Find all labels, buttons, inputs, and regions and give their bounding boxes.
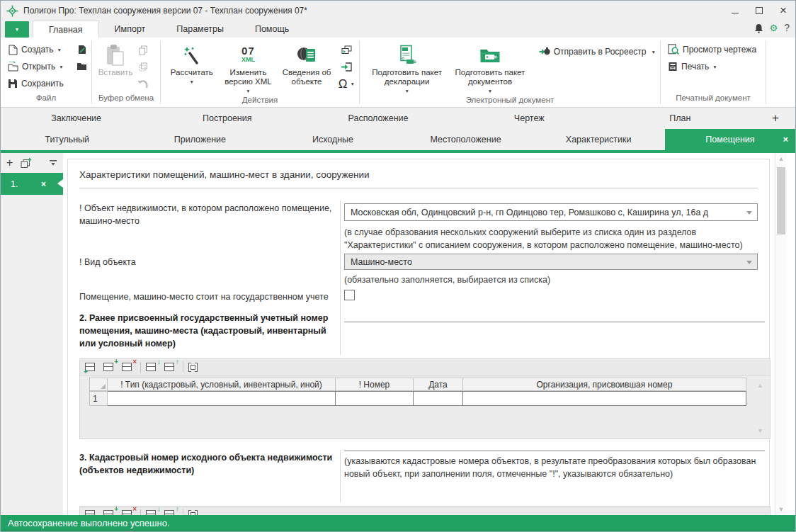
new-label: Создать	[21, 45, 54, 55]
numbers-table: ! Тип (кадастровый, условный, инвентарны…	[89, 378, 746, 406]
pin-panel-button[interactable]	[49, 159, 57, 166]
send-rosreestr-icon	[539, 47, 550, 57]
expand-table-button[interactable]	[188, 510, 198, 516]
add-row-button[interactable]: +	[85, 361, 98, 373]
tab-plan[interactable]: План	[605, 108, 756, 129]
add-page-button[interactable]: +	[6, 157, 13, 169]
move-row-up-button[interactable]: ↑	[164, 361, 178, 373]
tab-postroeniya[interactable]: Построения	[152, 108, 302, 129]
prepare-documents-package-button[interactable]: Подготовить пакет документов ▼	[451, 41, 528, 96]
column-header-type[interactable]: ! Тип (кадастровый, условный, инвентарны…	[108, 378, 336, 391]
copy-button[interactable]	[137, 43, 149, 57]
column-header-number[interactable]: ! Номер	[336, 378, 414, 391]
delete-row-icon	[122, 363, 132, 371]
menu-tab-main[interactable]: Главная	[33, 21, 99, 38]
globe-list-icon	[297, 43, 317, 68]
scroll-down-icon[interactable]: ▼	[775, 506, 787, 513]
section2-underline-field	[344, 322, 765, 322]
notifications-bell-icon[interactable]	[754, 23, 763, 33]
help-icon[interactable]: ?	[784, 23, 790, 33]
duplicate-page-button[interactable]	[21, 158, 31, 168]
menu-tab-label: Импорт	[115, 24, 146, 34]
org-cell[interactable]	[463, 391, 746, 406]
object-dropdown[interactable]: Московская обл, Одинцовский р-н, гп Один…	[344, 203, 758, 221]
import-object-button[interactable]	[339, 60, 355, 74]
tab-raspolozhenie[interactable]: Расположение	[302, 108, 453, 129]
print-button[interactable]: Печать ▼	[668, 58, 761, 75]
scroll-up-icon[interactable]: ▲	[775, 155, 787, 162]
open-button[interactable]: Открыть ▼	[8, 58, 87, 75]
menu-tab-import[interactable]: Импорт	[99, 21, 161, 38]
object-field-note: (в случае образования нескольких сооруже…	[344, 226, 766, 251]
table-header-row: ! Тип (кадастровый, условный, инвентарны…	[89, 378, 746, 391]
send-to-rosreestr-button[interactable]: Отправить в Росреестр ▼	[539, 44, 656, 60]
insert-row-button[interactable]: +	[103, 509, 117, 516]
move-row-down-button[interactable]: ↓	[146, 509, 159, 516]
calculate-button[interactable]: Рассчитать ▼	[165, 41, 219, 96]
kind-dropdown[interactable]: Машино-место	[344, 254, 758, 270]
maximize-icon	[756, 7, 763, 14]
main-scrollbar[interactable]: ▲ ▼	[775, 153, 787, 515]
type-cell[interactable]	[108, 391, 336, 406]
scrollbar-thumb[interactable]	[777, 167, 785, 234]
prepare-declaration-package-button[interactable]: Подготовить пакет декларации ▼	[368, 41, 445, 96]
app-menu-button[interactable]: ▼	[5, 21, 29, 38]
column-header-date[interactable]: Дата	[414, 378, 463, 391]
tab-iskhodnye[interactable]: Исходные	[266, 129, 399, 150]
sidebar-item-1[interactable]: 1. ×	[1, 173, 63, 195]
expand-table-button[interactable]	[188, 363, 198, 372]
status-bar: Автосохранение выполнено успешно.	[1, 515, 795, 532]
pages-sidebar: + 1. ×	[1, 153, 63, 515]
tab-pomeshcheniya-active[interactable]: Помещения ×	[665, 129, 795, 150]
move-row-down-icon	[146, 363, 156, 371]
date-cell[interactable]	[414, 391, 463, 406]
menu-tab-help[interactable]: Помощь	[239, 21, 305, 38]
move-row-down-button[interactable]: ↓	[146, 361, 159, 373]
preview-drawing-button[interactable]: Просмотр чертежа	[668, 41, 761, 58]
table-scroll-up-icon[interactable]: ▲	[757, 382, 763, 389]
undo-button[interactable]	[137, 77, 149, 91]
object-info-button[interactable]: Сведения об объекте	[278, 41, 336, 96]
number-cell[interactable]	[336, 391, 414, 406]
tab-label: Местоположение	[431, 135, 501, 145]
new-from-template-icon[interactable]	[77, 45, 87, 55]
new-button[interactable]: Создать ▼	[8, 41, 87, 58]
copy-special-button[interactable]	[137, 60, 149, 74]
minimize-button[interactable]	[723, 1, 747, 21]
save-button[interactable]: Сохранить	[8, 75, 87, 92]
settings-gear-icon[interactable]: ⚙	[770, 23, 778, 33]
tab-kharakteristiki[interactable]: Характеристики	[532, 129, 665, 150]
tab-zaklyuchenie[interactable]: Заключение	[1, 108, 152, 129]
insert-row-button[interactable]: +	[103, 361, 117, 373]
ribbon: Создать ▼ Открыть ▼ Сохранить Файл	[1, 38, 795, 108]
select-all-corner[interactable]	[89, 378, 108, 391]
recent-folder-icon[interactable]	[76, 62, 87, 71]
delete-row-button[interactable]: ×	[122, 361, 135, 373]
omega-symbols-button[interactable]: Ω ▼	[339, 77, 355, 91]
menu-tab-parameters[interactable]: Параметры	[161, 21, 239, 38]
delete-row-button[interactable]: ×	[122, 509, 135, 516]
row-number-cell[interactable]: 1	[89, 391, 108, 406]
maximize-button[interactable]	[747, 1, 771, 21]
table-scroll-down-icon[interactable]: ▼	[757, 427, 763, 434]
sidebar-item-close-icon[interactable]: ×	[41, 179, 46, 189]
column-header-org[interactable]: Организация, присвоившая номер	[463, 378, 746, 391]
cascade-windows-button[interactable]	[339, 43, 355, 57]
title-bar: Полигон Про: Техплан сооружения версии 0…	[1, 1, 795, 21]
paste-button[interactable]: Вставить	[96, 41, 135, 94]
titlebar-tools: ⚙ ?	[754, 23, 790, 33]
tab-label: Заключение	[51, 113, 101, 123]
tab-close-icon[interactable]: ×	[783, 134, 788, 145]
add-row-button[interactable]: +	[85, 509, 98, 516]
change-xml-version-button[interactable]: 07 XML Изменить версию XML ▼	[219, 41, 278, 96]
registered-checkbox[interactable]	[344, 290, 355, 300]
chevron-down-icon: ▼	[57, 47, 62, 52]
tab-mestopolozhenie[interactable]: Местоположение	[399, 129, 533, 150]
close-button[interactable]: ×	[771, 1, 795, 21]
paste-label: Вставить	[98, 68, 133, 77]
move-row-up-button[interactable]: ↑	[164, 509, 178, 516]
tab-titulny[interactable]: Титульный	[1, 129, 134, 150]
add-tab-button[interactable]: +	[756, 108, 795, 129]
tab-chertezh[interactable]: Чертеж	[454, 108, 605, 129]
tab-prilozhenie[interactable]: Приложение	[134, 129, 267, 150]
